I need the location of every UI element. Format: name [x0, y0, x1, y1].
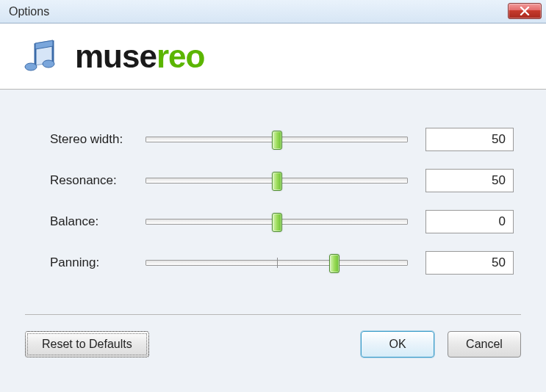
slider-thumb[interactable]: [272, 131, 282, 150]
brand-logo: musereo: [75, 38, 204, 75]
value-stereo-width[interactable]: 50: [425, 128, 514, 151]
row-balance: Balance: 0: [25, 201, 514, 242]
close-button[interactable]: [508, 3, 542, 19]
slider-thumb[interactable]: [329, 254, 340, 273]
slider-resonance[interactable]: [146, 178, 408, 184]
label-panning: Panning:: [25, 255, 128, 270]
slider-panning[interactable]: [146, 260, 408, 266]
slider-center-tick: [277, 258, 278, 268]
row-stereo-width: Stereo width: 50: [25, 119, 514, 160]
row-resonance: Resonance: 50: [25, 160, 514, 201]
button-bar: Reset to Defaults OK Cancel: [0, 315, 546, 357]
brand-part1: muse: [75, 38, 157, 74]
label-resonance: Resonance:: [25, 173, 128, 188]
value-panning[interactable]: 50: [425, 251, 514, 275]
slider-thumb[interactable]: [272, 172, 282, 191]
options-panel: Stereo width: 50 Resonance: 50 Balance: …: [0, 90, 546, 283]
brand-part2: reo: [157, 38, 204, 74]
logo-strip: musereo: [0, 23, 546, 90]
window-title: Options: [9, 5, 49, 18]
label-stereo-width: Stereo width:: [25, 132, 128, 147]
label-balance: Balance:: [25, 214, 128, 229]
value-balance[interactable]: 0: [425, 210, 514, 233]
music-notes-icon: [21, 36, 62, 77]
reset-defaults-button[interactable]: Reset to Defaults: [25, 331, 149, 357]
value-resonance[interactable]: 50: [425, 169, 514, 192]
slider-thumb[interactable]: [272, 213, 282, 232]
slider-balance[interactable]: [146, 219, 408, 225]
svg-point-0: [25, 63, 37, 70]
svg-point-1: [43, 60, 54, 68]
row-panning: Panning: 50: [25, 242, 514, 283]
cancel-button[interactable]: Cancel: [448, 331, 521, 357]
ok-button[interactable]: OK: [361, 331, 434, 357]
slider-stereo-width[interactable]: [146, 137, 408, 142]
titlebar: Options: [0, 0, 546, 23]
close-icon: [520, 7, 530, 15]
